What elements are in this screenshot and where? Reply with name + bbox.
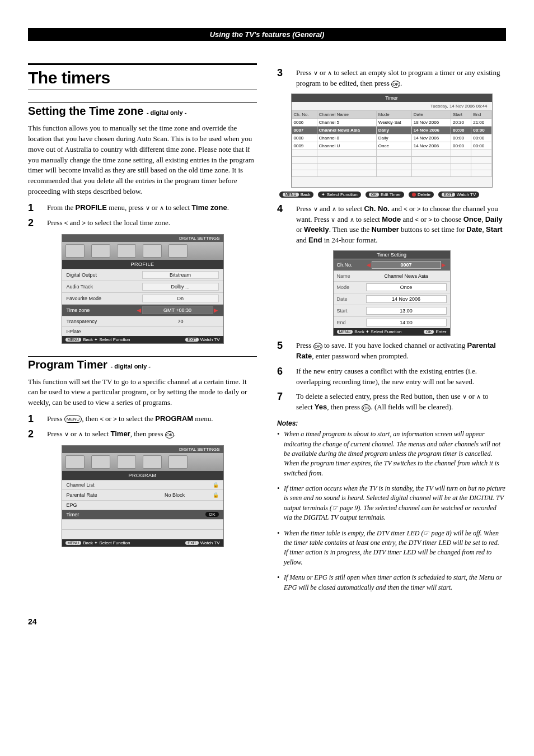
page-title: The timers [28, 68, 257, 87]
foot-exit: EXITWatch TV [438, 192, 479, 198]
t: Yes [315, 403, 327, 411]
t: Watch TV [457, 192, 476, 197]
up-icon: ∧ [160, 204, 164, 213]
t: and [390, 204, 404, 213]
step-text: Press ∨ and ∧ to select Ch. No. and < or… [296, 204, 506, 246]
setting-value: 14 Nov 2006 [366, 295, 447, 303]
setting-label: Start [337, 308, 366, 314]
t: PROFILE [76, 203, 107, 212]
lock-icon: 🔒 [211, 482, 219, 488]
note-item: When the timer table is empty, the DTV t… [277, 529, 506, 568]
td: Channel 5 [317, 118, 376, 126]
t: Press [47, 218, 64, 227]
td: Channel 8 [317, 134, 376, 142]
program-timer-steps: 1 Press MENU, then < or > to select the … [28, 414, 257, 440]
t: Mode [382, 215, 401, 223]
osd-value: Dolby ... [142, 283, 219, 291]
step-6: 6 If the new entry causes a conflict wit… [277, 366, 506, 388]
ok-button-icon: OK [391, 81, 400, 88]
osd-row-selected: TimerOK [62, 510, 223, 519]
osd-row: Audio TrackDolby ... [62, 281, 223, 292]
setting-row: ModeOnce [334, 281, 450, 293]
osd-label: Channel List [67, 482, 211, 488]
t: and [318, 204, 332, 213]
t: buttons to set time for [399, 225, 467, 234]
t: and [401, 215, 415, 223]
setting-value: Once [366, 283, 447, 291]
t: to select [164, 203, 191, 212]
osd-label: Time zone [67, 307, 137, 313]
exit-btn-icon: EXIT [185, 541, 199, 545]
osd-foot-text: Watch TV [200, 337, 220, 342]
step-2: 2 Press < and > to select the local time… [28, 218, 257, 228]
timer-table: Ch. No. Channel Name Mode Date Start End… [292, 110, 492, 177]
osd-tab-icons [62, 453, 223, 471]
note-item: If timer action occurs when the TV is in… [277, 484, 506, 523]
step-text: Press MENU, then < or > to select the PR… [47, 414, 257, 424]
setting-head: Timer Setting [334, 251, 450, 259]
setting-label: Name [337, 273, 366, 279]
step-4: 4 Press ∨ and ∧ to select Ch. No. and < … [277, 204, 506, 246]
step-num: 2 [28, 218, 38, 228]
osd-row: Parental RateNo Block🔒 [62, 489, 223, 500]
osd-foot-text: Watch TV [200, 540, 220, 545]
right-column: 3 Press ∨ or ∧ to select an empty slot t… [277, 63, 506, 598]
t: Date [466, 225, 482, 234]
osd-row-empty [62, 519, 223, 529]
step-num: 1 [28, 414, 38, 424]
th: End [471, 110, 491, 118]
td: 00:00 [471, 142, 491, 150]
setting-row: Start13:00 [334, 305, 450, 316]
t: Press [47, 430, 64, 438]
step-num: 3 [277, 68, 287, 89]
td: Weekly-Sat [376, 118, 411, 126]
tab-icon [168, 455, 188, 469]
tab-icon [168, 244, 188, 258]
step-text: Press ∨ or ∧ to select Timer, then press… [47, 429, 257, 440]
t: , then press [130, 430, 165, 438]
ok-chip-icon: OK [205, 512, 219, 517]
td: Once [376, 142, 411, 150]
step-text: Press < and > to select the local time z… [47, 218, 257, 228]
setting-value: 13:00 [366, 307, 447, 315]
osd-row-empty [62, 529, 223, 539]
td: 14 Nov 2006 [411, 134, 451, 142]
step-3: 3 Press ∨ or ∧ to select an empty slot t… [277, 68, 506, 89]
t: ✦ Select Function [321, 192, 357, 197]
osd-row: Favourite ModeOn [62, 292, 223, 304]
osd-profile: DIGITAL SETTINGS PROFILE Digital OutputB… [62, 234, 224, 344]
ok-button-icon: OK [165, 431, 174, 438]
time-zone-para: This function allows you to manually set… [28, 123, 257, 197]
step-text: Press ∨ or ∧ to select an empty slot to … [296, 68, 506, 89]
osd-digital-label: DIGITAL SETTINGS [62, 235, 223, 242]
osd-title: PROGRAM [62, 471, 223, 480]
note-item: When a timed program is about to start, … [277, 430, 506, 478]
th: Date [411, 110, 451, 118]
setting-value: 0007 [372, 261, 441, 269]
td: 00:00 [471, 126, 491, 134]
step-num: 7 [277, 391, 287, 413]
t: in 24-hour format. [322, 236, 378, 244]
osd-foot-text: Back ✦ Select Function [83, 337, 130, 342]
exit-btn-icon: EXIT [185, 338, 199, 342]
osd-label: Parental Rate [67, 492, 139, 498]
setting-label: Date [337, 296, 366, 302]
t: or [407, 204, 417, 213]
t: , then press [327, 403, 362, 411]
t: and [296, 236, 308, 244]
menu-btn-icon: MENU [65, 541, 82, 545]
foot-menu: MENUBack [279, 192, 313, 198]
t: or [296, 225, 304, 234]
arrow-right-icon: ▶ [213, 307, 219, 313]
td: 00:00 [471, 134, 491, 142]
setting-label: End [337, 320, 366, 325]
tab-icon [65, 455, 85, 469]
header-bar: Using the TV's features (General) [28, 28, 506, 41]
t: To delete a selected entry, press the Re… [296, 392, 462, 400]
t: to select the [117, 414, 156, 423]
td: 21:00 [471, 118, 491, 126]
td: 00:00 [451, 126, 471, 134]
th: Mode [376, 110, 411, 118]
osd-value: On [142, 295, 219, 302]
notes-list: When a timed program is about to start, … [277, 430, 506, 592]
